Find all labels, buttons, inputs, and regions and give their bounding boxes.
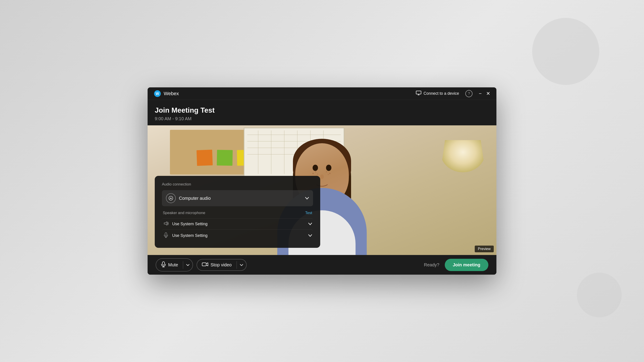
join-meeting-button[interactable]: Join meeting bbox=[445, 259, 488, 271]
mic-chevron-icon bbox=[308, 234, 312, 238]
svg-rect-33 bbox=[202, 263, 206, 266]
mute-chevron-button[interactable] bbox=[183, 261, 192, 269]
title-bar-left: W Webex bbox=[154, 90, 179, 97]
svg-rect-2 bbox=[416, 91, 421, 94]
content-area: Preview Audio connection bbox=[148, 125, 496, 255]
mic-device-name: Use System Setting bbox=[172, 233, 208, 238]
mute-label: Mute bbox=[168, 262, 178, 268]
computer-audio-label: Computer audio bbox=[179, 196, 211, 201]
speaker-chevron-icon bbox=[308, 222, 312, 226]
mic-selector-left: Use System Setting bbox=[163, 232, 208, 239]
connect-device-button[interactable]: Connect to a device bbox=[416, 91, 459, 96]
bottom-bar: Mute bbox=[148, 255, 496, 275]
computer-audio-chevron-icon bbox=[305, 196, 309, 201]
meeting-info: Join Meeting Test 9:00 AM - 9:10 AM bbox=[148, 100, 496, 125]
svg-marker-26 bbox=[164, 222, 167, 225]
video-main: Stop video bbox=[197, 259, 236, 270]
preview-badge: Preview bbox=[475, 246, 494, 252]
speaker-mic-label: Speaker and microphone bbox=[163, 211, 205, 215]
close-button[interactable]: ✕ bbox=[486, 91, 490, 96]
title-bar: W Webex Connect to a device ? bbox=[148, 87, 496, 100]
speaker-selector-left: Use System Setting bbox=[163, 221, 208, 227]
test-link[interactable]: Test bbox=[305, 211, 312, 215]
stop-video-button[interactable]: Stop video bbox=[196, 259, 247, 271]
meeting-time: 9:00 AM - 9:10 AM bbox=[155, 116, 489, 121]
speaker-icon bbox=[163, 221, 169, 227]
speaker-device-selector[interactable]: Use System Setting bbox=[162, 218, 313, 230]
mute-button[interactable]: Mute bbox=[156, 258, 193, 272]
webex-logo-icon: W bbox=[154, 90, 161, 97]
svg-text:W: W bbox=[156, 92, 159, 96]
minimize-button[interactable]: − bbox=[479, 91, 482, 96]
lamp-shade bbox=[440, 132, 485, 172]
microphone-device-selector[interactable]: Use System Setting bbox=[162, 230, 313, 242]
bottom-controls: Mute bbox=[156, 258, 247, 272]
audio-connection-label: Audio connection bbox=[162, 182, 313, 187]
mute-mic-icon bbox=[161, 261, 166, 268]
svg-rect-27 bbox=[165, 233, 167, 236]
connect-device-icon bbox=[416, 91, 421, 96]
svg-rect-30 bbox=[162, 262, 164, 265]
video-chevron-button[interactable] bbox=[236, 261, 246, 269]
mute-main: Mute bbox=[156, 259, 183, 271]
help-button[interactable]: ? bbox=[465, 90, 472, 97]
meeting-title: Join Meeting Test bbox=[155, 106, 489, 114]
app-window: W Webex Connect to a device ? bbox=[148, 87, 496, 275]
ready-text: Ready? bbox=[424, 262, 440, 268]
svg-point-25 bbox=[170, 198, 171, 199]
microphone-icon bbox=[163, 232, 169, 239]
audio-panel: Audio connection Computer aud bbox=[148, 125, 331, 255]
speaker-device-name: Use System Setting bbox=[172, 222, 208, 226]
bottom-right: Ready? Join meeting bbox=[424, 259, 488, 271]
app-title: Webex bbox=[164, 91, 179, 96]
connect-device-label: Connect to a device bbox=[424, 91, 459, 96]
stop-video-label: Stop video bbox=[210, 262, 232, 268]
desktop-background: W Webex Connect to a device ? bbox=[0, 0, 644, 362]
window-controls: − ✕ bbox=[479, 91, 490, 96]
computer-audio-selector[interactable]: Computer audio bbox=[162, 190, 313, 206]
video-camera-icon bbox=[202, 262, 208, 268]
title-bar-right: Connect to a device ? − ✕ bbox=[416, 90, 490, 97]
audio-selector-left: Computer audio bbox=[166, 193, 211, 203]
audio-card: Audio connection Computer aud bbox=[155, 176, 320, 248]
lamp bbox=[440, 132, 485, 195]
speaker-mic-row: Speaker and microphone Test bbox=[162, 211, 313, 215]
computer-audio-icon bbox=[166, 193, 176, 203]
